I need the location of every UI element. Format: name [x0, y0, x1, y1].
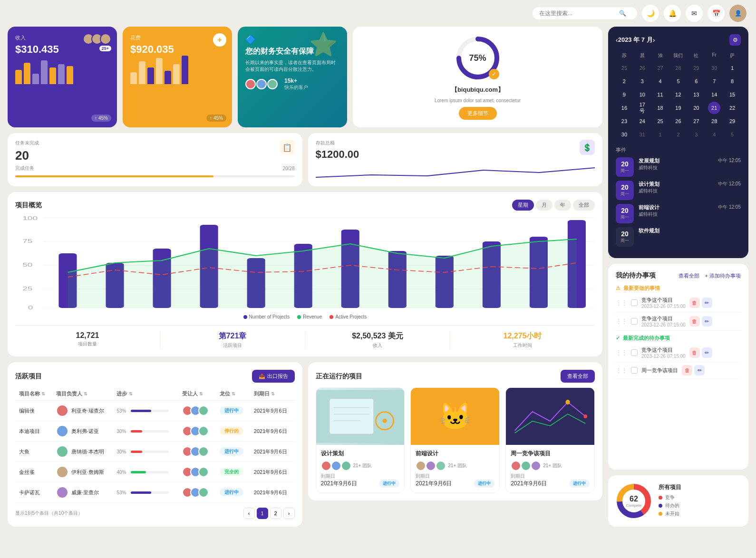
cal-day[interactable]: 29 — [690, 62, 702, 74]
cal-day[interactable]: 31 — [636, 128, 649, 141]
view-all-link[interactable]: 查看全部 — [678, 272, 699, 279]
page-next-button[interactable]: › — [283, 508, 295, 519]
cal-day[interactable]: 26 — [672, 115, 684, 127]
svg-point-45 — [566, 400, 570, 404]
cal-day[interactable]: 14 — [708, 88, 720, 101]
cal-day[interactable]: 30 — [708, 62, 720, 74]
drag-icon-3[interactable]: ⋮⋮ — [616, 349, 627, 356]
stat-active: 第721章 活跃项目 — [160, 331, 305, 349]
cal-day[interactable]: 18 — [654, 102, 667, 114]
ebar-4 — [156, 58, 163, 84]
page-2-button[interactable]: 2 — [270, 508, 281, 519]
cal-day[interactable]: 2 — [618, 75, 630, 87]
cell-manager-3: 伊利亚·詹姆斯 — [52, 462, 113, 482]
add-expense-button[interactable]: + — [213, 33, 226, 47]
cal-day[interactable]: 7 — [708, 75, 720, 87]
todo-checkbox-3[interactable] — [631, 349, 638, 356]
cal-day[interactable]: 25 — [654, 115, 667, 127]
cal-next-button[interactable]: › — [653, 36, 655, 44]
cal-day[interactable]: 27 — [690, 115, 702, 127]
donut-card: 62 Compete 所有项目 竞争 待办的 未开始 — [608, 475, 748, 527]
add-todo-link[interactable]: + 添加待办事项 — [705, 272, 741, 279]
cal-day[interactable]: 12 — [672, 88, 684, 101]
cal-day[interactable]: 1 — [654, 128, 667, 141]
page-1-button[interactable]: 1 — [257, 508, 268, 519]
search-input[interactable] — [539, 10, 615, 17]
event-day-num-2: 20 — [620, 183, 630, 191]
cal-day[interactable]: 16 — [618, 102, 630, 114]
cal-day[interactable]: 15 — [726, 88, 738, 101]
cal-day[interactable]: 20 — [690, 102, 702, 114]
cal-day[interactable]: 19 — [672, 102, 684, 114]
cal-day[interactable]: 13 — [690, 88, 702, 101]
view-all-running-button[interactable]: 查看全部 — [561, 370, 595, 383]
cal-day[interactable]: 30 — [618, 128, 630, 141]
cal-day[interactable]: 17号 — [636, 102, 649, 114]
more-details-button[interactable]: 更多细节 — [459, 107, 497, 120]
cal-day[interactable]: 5 — [726, 128, 738, 141]
tab-week[interactable]: 星期 — [512, 200, 534, 211]
cal-day[interactable]: 24 — [636, 115, 649, 127]
cal-day[interactable]: 11 — [654, 88, 667, 101]
drag-icon-4[interactable]: ⋮⋮ — [616, 367, 627, 374]
todo-checkbox-1[interactable] — [631, 299, 638, 306]
cal-day[interactable]: 22 — [726, 102, 738, 114]
cal-day[interactable]: 4 — [708, 128, 720, 141]
cal-day[interactable]: 25 — [618, 62, 630, 74]
export-button[interactable]: 📤 出口报告 — [252, 370, 295, 383]
calendar-button[interactable]: 📅 — [708, 5, 725, 22]
cal-day[interactable]: 5 — [672, 75, 684, 87]
cal-day[interactable]: 10 — [636, 88, 649, 101]
todo-edit-3[interactable]: ✏ — [702, 347, 712, 358]
cal-day[interactable]: 28 — [708, 115, 720, 127]
task-progress-bar-fill — [15, 175, 213, 177]
cal-day[interactable]: 21 — [708, 102, 720, 114]
cal-day[interactable]: 29 — [726, 115, 738, 127]
calendar-settings-button[interactable]: ⚙ — [729, 34, 741, 46]
event-day-num-1: 20 — [620, 160, 630, 168]
legend-compete: 竞争 — [659, 494, 742, 501]
cal-day[interactable]: 8 — [726, 75, 738, 87]
arrow-up-icon: ↑ — [95, 115, 97, 121]
event-details-1: 发展规划 威特科技 — [639, 157, 713, 171]
tab-month[interactable]: 月 — [536, 200, 552, 211]
site-name: 【biqubiqu.com】 — [451, 86, 504, 94]
cal-day[interactable]: 26 — [636, 62, 649, 74]
cal-day[interactable]: 6 — [690, 75, 702, 87]
todo-edit-4[interactable]: ✏ — [694, 365, 705, 375]
todo-edit-2[interactable]: ✏ — [702, 316, 712, 327]
cell-manager-1: 奥利弗·诺亚 — [52, 421, 113, 442]
cal-day[interactable]: 4 — [654, 75, 667, 87]
legend-dot-pending — [659, 504, 662, 508]
cal-day[interactable]: 28 — [672, 62, 684, 74]
drag-icon-2[interactable]: ⋮⋮ — [616, 318, 627, 325]
event-company-1: 威特科技 — [639, 164, 713, 171]
mail-button[interactable]: ✉ — [686, 5, 703, 22]
stat-time: 12,275小时 工作时间 — [450, 331, 595, 349]
cal-day[interactable]: 23 — [618, 115, 630, 127]
avatar[interactable]: 👤 — [729, 5, 746, 22]
todo-checkbox-2[interactable] — [631, 318, 638, 325]
todo-delete-1[interactable]: 🗑 — [689, 298, 700, 308]
page-prev-button[interactable]: ‹ — [243, 508, 255, 519]
drag-icon-1[interactable]: ⋮⋮ — [616, 299, 627, 306]
project-team-2: 21+ 团队 — [416, 461, 494, 471]
cal-day[interactable]: 9 — [618, 88, 630, 101]
todo-delete-3[interactable]: 🗑 — [689, 347, 700, 358]
todo-checkbox-4[interactable] — [631, 367, 638, 374]
cal-day[interactable]: 1 — [726, 62, 738, 74]
todo-edit-1[interactable]: ✏ — [702, 298, 712, 308]
tab-all[interactable]: 全部 — [573, 200, 595, 211]
cal-day[interactable]: 3 — [690, 128, 702, 141]
search-box[interactable]: 🔍 — [533, 7, 637, 19]
todo-delete-4[interactable]: 🗑 — [682, 365, 692, 375]
notification-button[interactable]: 🔔 — [664, 5, 681, 22]
todo-delete-2[interactable]: 🗑 — [689, 316, 700, 327]
cal-day[interactable]: 2 — [672, 128, 684, 141]
revenue-amount: $310.435 — [15, 43, 109, 56]
cal-day[interactable]: 3 — [636, 75, 649, 87]
cal-day[interactable]: 27 — [654, 62, 667, 74]
dark-mode-button[interactable]: 🌙 — [642, 5, 659, 22]
star-icon: ⭐ — [309, 31, 338, 58]
tab-year[interactable]: 年 — [554, 200, 571, 211]
